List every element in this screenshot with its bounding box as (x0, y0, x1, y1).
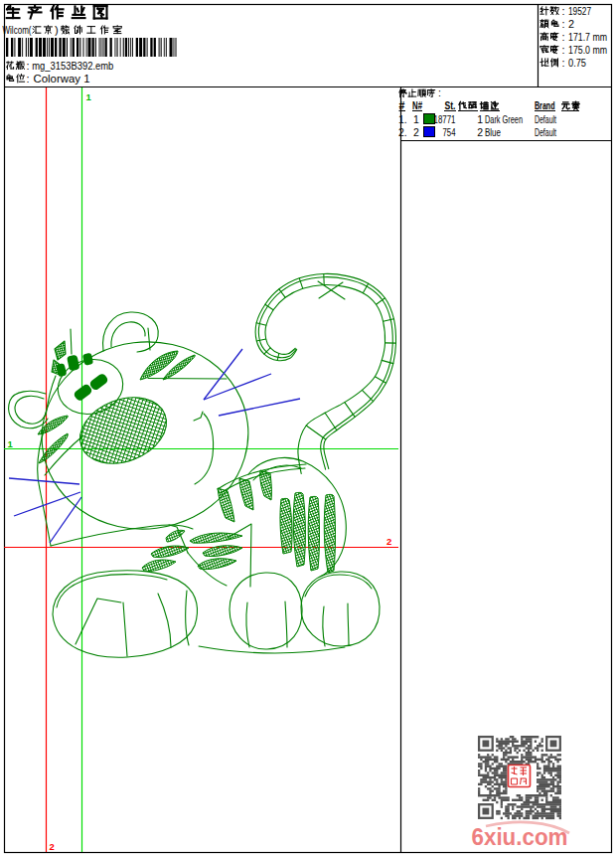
svg-text:0.75: 0.75 (568, 57, 586, 69)
svg-text:1: 1 (477, 113, 483, 125)
svg-text:175.0 mm: 175.0 mm (568, 44, 607, 56)
svg-text::: : (562, 18, 565, 30)
svg-text::: : (562, 5, 565, 17)
svg-text:2: 2 (568, 18, 574, 30)
svg-text:1.: 1. (398, 113, 407, 125)
svg-text:Blue: Blue (485, 126, 501, 138)
svg-text:2.: 2. (398, 126, 407, 138)
svg-text:Brand: Brand (535, 99, 555, 111)
svg-text::: : (562, 57, 565, 69)
svg-text:6xiu.com: 6xiu.com (472, 824, 568, 850)
svg-text::: : (438, 86, 441, 98)
svg-text:mg_3153B392.emb: mg_3153B392.emb (32, 60, 113, 72)
svg-text:2: 2 (50, 841, 55, 852)
svg-text::: : (562, 44, 565, 56)
svg-text:2: 2 (413, 126, 419, 138)
svg-text::: : (27, 60, 30, 72)
svg-text:Default: Default (535, 126, 556, 138)
svg-text:18771: 18771 (434, 113, 456, 125)
svg-text:): ) (55, 24, 59, 36)
svg-text:2: 2 (477, 126, 483, 138)
svg-text:Dark Green: Dark Green (485, 113, 523, 125)
svg-text:19527: 19527 (568, 5, 591, 17)
svg-text:1: 1 (8, 438, 14, 449)
svg-text:St.: St. (445, 99, 456, 111)
svg-text:Colorway 1: Colorway 1 (34, 73, 90, 85)
svg-text:171.7 mm: 171.7 mm (568, 31, 607, 43)
svg-text:Wilcom(: Wilcom( (3, 24, 32, 36)
svg-text:#: # (399, 99, 405, 111)
svg-text:N#: N# (412, 99, 422, 111)
svg-text:Default: Default (535, 113, 556, 125)
svg-text:1: 1 (86, 91, 92, 102)
svg-text:2: 2 (386, 536, 391, 547)
svg-text:754: 754 (443, 126, 456, 138)
svg-text::: : (27, 73, 30, 85)
svg-text:1: 1 (413, 113, 419, 125)
svg-text::: : (562, 31, 565, 43)
